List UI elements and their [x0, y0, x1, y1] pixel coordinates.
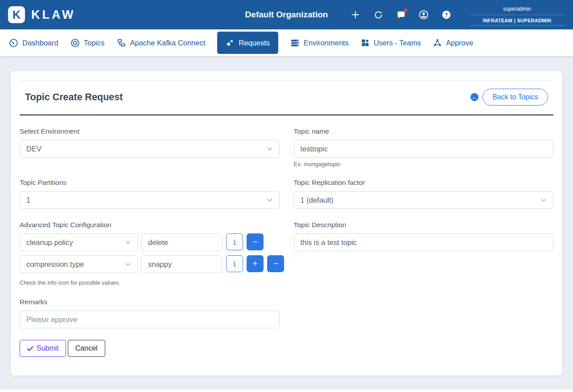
topic-name-input[interactable] — [294, 140, 554, 158]
main-nav: Dashboard Topics Apache Kafka Connect — [0, 29, 573, 56]
svg-text:?: ? — [445, 12, 448, 18]
page-title: Topic Create Request — [25, 92, 123, 103]
add-icon[interactable] — [350, 10, 360, 20]
check-icon — [27, 345, 33, 352]
nav-item-environments[interactable]: Environments — [290, 38, 349, 48]
nav-label: Topics — [84, 39, 105, 47]
team-role-label: INFRATEAM | SUPERADMIN — [469, 15, 565, 26]
dashboard-gauge-icon — [9, 38, 18, 48]
nav-item-approve[interactable]: Approve — [433, 38, 473, 47]
cancel-button[interactable]: Cancel — [68, 340, 105, 357]
partitions-value: 1 — [26, 196, 30, 204]
chevron-down-icon — [540, 197, 547, 203]
nav-item-users-teams[interactable]: Users - Teams — [361, 38, 421, 47]
topics-bullseye-icon — [70, 38, 80, 48]
topic-request-form: Select Environment DEV Topic Partitions … — [20, 115, 553, 357]
topic-request-card: Topic Create Request ← Back to Topics Se… — [11, 71, 562, 376]
info-button[interactable]: i — [226, 233, 243, 250]
submit-label: Submit — [37, 344, 59, 352]
user-menu[interactable]: superadmin INFRATEAM | SUPERADMIN — [469, 4, 565, 26]
add-config-button[interactable]: + — [247, 255, 264, 272]
environment-value: DEV — [26, 145, 41, 153]
users-teams-grid-icon — [361, 38, 370, 47]
replication-factor-label: Topic Replication factor — [294, 179, 554, 187]
approve-network-icon — [433, 38, 442, 47]
refresh-icon[interactable] — [373, 10, 383, 20]
replication-factor-select[interactable]: 1 (default) — [294, 191, 554, 209]
advanced-config-label: Advanced Topic Configuration — [20, 221, 280, 229]
config-key-value: compression.type — [26, 260, 84, 269]
username-label: superadmin — [469, 4, 565, 15]
back-to-topics-button[interactable]: Back to Topics — [482, 89, 548, 106]
config-key-select[interactable]: compression.type — [20, 255, 138, 273]
topic-name-label: Topic name — [294, 127, 554, 135]
nav-label: Requests — [239, 39, 270, 47]
environments-server-icon — [290, 38, 300, 48]
notification-badge — [404, 8, 408, 12]
klaw-logo-icon[interactable]: K — [8, 6, 25, 23]
advanced-config-row: compression.type i + − — [20, 255, 280, 273]
help-icon[interactable]: ? — [441, 10, 451, 20]
page-content: Topic Create Request ← Back to Topics Se… — [0, 71, 573, 389]
back-arrow-icon[interactable]: ← — [470, 93, 478, 101]
nav-label: Users - Teams — [374, 39, 421, 47]
environment-label: Select Environment — [20, 127, 280, 135]
nav-label: Environments — [304, 39, 349, 47]
replication-factor-value: 1 (default) — [301, 196, 334, 204]
topic-description-input[interactable] — [294, 233, 554, 251]
remove-config-button[interactable]: − — [247, 233, 264, 250]
topic-name-helper: Ex: mortgagetopic — [294, 161, 554, 167]
chevron-down-icon — [125, 239, 131, 245]
config-key-value: cleanup.policy — [26, 238, 73, 247]
remove-config-button[interactable]: − — [267, 255, 284, 272]
nav-item-requests[interactable]: Requests — [217, 32, 278, 54]
organization-title: Default Organization — [245, 10, 328, 20]
user-account-icon[interactable] — [419, 10, 429, 20]
chevron-down-icon — [267, 197, 273, 203]
chevron-down-icon — [267, 146, 273, 152]
config-value-input[interactable] — [141, 233, 223, 251]
partitions-label: Topic Partitions — [20, 179, 280, 187]
app-header: K KLAW Default Organization — [0, 0, 573, 29]
remarks-input[interactable] — [20, 310, 280, 328]
chevron-down-icon — [125, 261, 131, 267]
info-button[interactable]: i — [226, 255, 243, 272]
advanced-config-row: cleanup.policy i − — [20, 233, 280, 251]
environment-select[interactable]: DEV — [20, 140, 280, 158]
notifications-chat-icon[interactable] — [396, 10, 406, 20]
nav-item-kafka-connect[interactable]: Apache Kafka Connect — [117, 38, 206, 48]
page-footer: klaw-project.io — [0, 389, 573, 392]
submit-button[interactable]: Submit — [20, 340, 66, 357]
nav-label: Approve — [446, 39, 473, 47]
nav-item-dashboard[interactable]: Dashboard — [9, 38, 58, 48]
config-key-select[interactable]: cleanup.policy — [20, 233, 138, 251]
topic-description-label: Topic Description — [294, 221, 554, 229]
partitions-select[interactable]: 1 — [20, 191, 280, 209]
nav-label: Apache Kafka Connect — [130, 39, 206, 47]
nav-item-topics[interactable]: Topics — [70, 38, 105, 48]
remarks-label: Remarks — [20, 298, 280, 306]
requests-dots-icon — [226, 38, 235, 47]
kafka-connect-icon — [117, 38, 126, 48]
advanced-config-helper: Check the info icon for possible values. — [20, 279, 280, 286]
nav-label: Dashboard — [22, 39, 58, 47]
brand-wordmark: KLAW — [31, 8, 75, 22]
config-value-input[interactable] — [141, 255, 223, 273]
